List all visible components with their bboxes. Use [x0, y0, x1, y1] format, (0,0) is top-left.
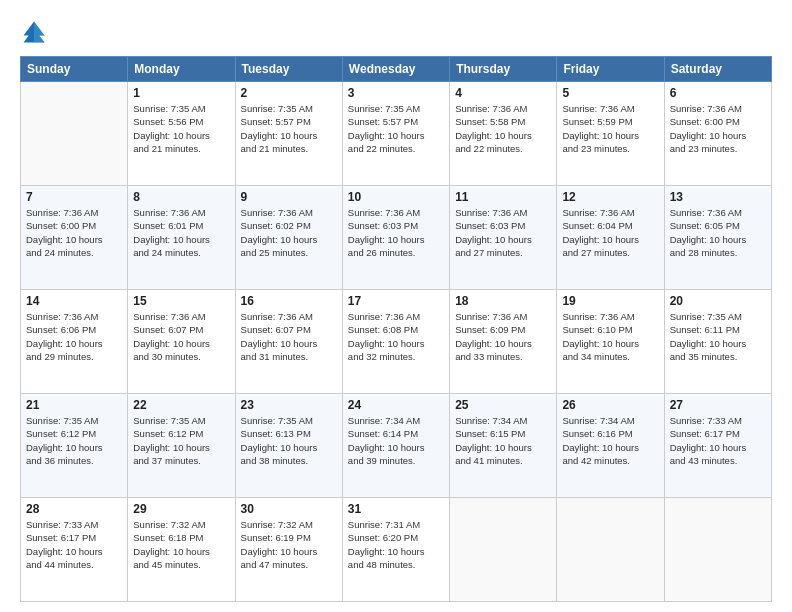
day-header-friday: Friday: [557, 57, 664, 82]
day-number: 4: [455, 86, 551, 100]
calendar-cell-4-7: 27Sunrise: 7:33 AM Sunset: 6:17 PM Dayli…: [664, 394, 771, 498]
day-header-monday: Monday: [128, 57, 235, 82]
calendar-cell-4-4: 24Sunrise: 7:34 AM Sunset: 6:14 PM Dayli…: [342, 394, 449, 498]
week-row-2: 7Sunrise: 7:36 AM Sunset: 6:00 PM Daylig…: [21, 186, 772, 290]
calendar-cell-3-3: 16Sunrise: 7:36 AM Sunset: 6:07 PM Dayli…: [235, 290, 342, 394]
day-number: 17: [348, 294, 444, 308]
svg-marker-1: [34, 22, 45, 43]
day-number: 15: [133, 294, 229, 308]
day-info: Sunrise: 7:36 AM Sunset: 6:00 PM Dayligh…: [670, 102, 766, 155]
day-info: Sunrise: 7:36 AM Sunset: 6:04 PM Dayligh…: [562, 206, 658, 259]
day-info: Sunrise: 7:36 AM Sunset: 6:06 PM Dayligh…: [26, 310, 122, 363]
day-info: Sunrise: 7:35 AM Sunset: 5:56 PM Dayligh…: [133, 102, 229, 155]
calendar-cell-2-2: 8Sunrise: 7:36 AM Sunset: 6:01 PM Daylig…: [128, 186, 235, 290]
calendar-cell-4-5: 25Sunrise: 7:34 AM Sunset: 6:15 PM Dayli…: [450, 394, 557, 498]
calendar-cell-2-5: 11Sunrise: 7:36 AM Sunset: 6:03 PM Dayli…: [450, 186, 557, 290]
day-number: 2: [241, 86, 337, 100]
day-number: 13: [670, 190, 766, 204]
day-info: Sunrise: 7:36 AM Sunset: 6:02 PM Dayligh…: [241, 206, 337, 259]
calendar-header-row: SundayMondayTuesdayWednesdayThursdayFrid…: [21, 57, 772, 82]
calendar-cell-2-3: 9Sunrise: 7:36 AM Sunset: 6:02 PM Daylig…: [235, 186, 342, 290]
day-number: 16: [241, 294, 337, 308]
day-info: Sunrise: 7:33 AM Sunset: 6:17 PM Dayligh…: [26, 518, 122, 571]
day-number: 28: [26, 502, 122, 516]
day-info: Sunrise: 7:36 AM Sunset: 6:09 PM Dayligh…: [455, 310, 551, 363]
day-info: Sunrise: 7:36 AM Sunset: 6:07 PM Dayligh…: [133, 310, 229, 363]
day-number: 22: [133, 398, 229, 412]
day-info: Sunrise: 7:35 AM Sunset: 6:12 PM Dayligh…: [26, 414, 122, 467]
day-info: Sunrise: 7:31 AM Sunset: 6:20 PM Dayligh…: [348, 518, 444, 571]
day-info: Sunrise: 7:33 AM Sunset: 6:17 PM Dayligh…: [670, 414, 766, 467]
header: [20, 18, 772, 46]
calendar-cell-5-2: 29Sunrise: 7:32 AM Sunset: 6:18 PM Dayli…: [128, 498, 235, 602]
day-number: 5: [562, 86, 658, 100]
day-info: Sunrise: 7:34 AM Sunset: 6:16 PM Dayligh…: [562, 414, 658, 467]
day-info: Sunrise: 7:35 AM Sunset: 5:57 PM Dayligh…: [348, 102, 444, 155]
day-info: Sunrise: 7:36 AM Sunset: 6:03 PM Dayligh…: [455, 206, 551, 259]
day-info: Sunrise: 7:32 AM Sunset: 6:18 PM Dayligh…: [133, 518, 229, 571]
day-number: 9: [241, 190, 337, 204]
logo-icon: [20, 18, 48, 46]
calendar-cell-1-4: 3Sunrise: 7:35 AM Sunset: 5:57 PM Daylig…: [342, 82, 449, 186]
calendar-cell-1-7: 6Sunrise: 7:36 AM Sunset: 6:00 PM Daylig…: [664, 82, 771, 186]
day-info: Sunrise: 7:35 AM Sunset: 6:13 PM Dayligh…: [241, 414, 337, 467]
logo: [20, 18, 52, 46]
day-header-tuesday: Tuesday: [235, 57, 342, 82]
calendar-cell-4-2: 22Sunrise: 7:35 AM Sunset: 6:12 PM Dayli…: [128, 394, 235, 498]
calendar-cell-1-1: [21, 82, 128, 186]
calendar-cell-5-5: [450, 498, 557, 602]
day-number: 26: [562, 398, 658, 412]
day-info: Sunrise: 7:36 AM Sunset: 6:03 PM Dayligh…: [348, 206, 444, 259]
calendar-cell-4-3: 23Sunrise: 7:35 AM Sunset: 6:13 PM Dayli…: [235, 394, 342, 498]
week-row-4: 21Sunrise: 7:35 AM Sunset: 6:12 PM Dayli…: [21, 394, 772, 498]
calendar-cell-5-4: 31Sunrise: 7:31 AM Sunset: 6:20 PM Dayli…: [342, 498, 449, 602]
day-number: 11: [455, 190, 551, 204]
calendar-cell-3-2: 15Sunrise: 7:36 AM Sunset: 6:07 PM Dayli…: [128, 290, 235, 394]
calendar-cell-2-6: 12Sunrise: 7:36 AM Sunset: 6:04 PM Dayli…: [557, 186, 664, 290]
calendar-cell-3-4: 17Sunrise: 7:36 AM Sunset: 6:08 PM Dayli…: [342, 290, 449, 394]
week-row-5: 28Sunrise: 7:33 AM Sunset: 6:17 PM Dayli…: [21, 498, 772, 602]
calendar-cell-1-3: 2Sunrise: 7:35 AM Sunset: 5:57 PM Daylig…: [235, 82, 342, 186]
calendar-cell-4-6: 26Sunrise: 7:34 AM Sunset: 6:16 PM Dayli…: [557, 394, 664, 498]
day-header-thursday: Thursday: [450, 57, 557, 82]
calendar-cell-4-1: 21Sunrise: 7:35 AM Sunset: 6:12 PM Dayli…: [21, 394, 128, 498]
day-number: 27: [670, 398, 766, 412]
calendar-cell-1-5: 4Sunrise: 7:36 AM Sunset: 5:58 PM Daylig…: [450, 82, 557, 186]
calendar-cell-1-2: 1Sunrise: 7:35 AM Sunset: 5:56 PM Daylig…: [128, 82, 235, 186]
calendar-cell-1-6: 5Sunrise: 7:36 AM Sunset: 5:59 PM Daylig…: [557, 82, 664, 186]
calendar-cell-5-1: 28Sunrise: 7:33 AM Sunset: 6:17 PM Dayli…: [21, 498, 128, 602]
calendar-cell-2-4: 10Sunrise: 7:36 AM Sunset: 6:03 PM Dayli…: [342, 186, 449, 290]
calendar-cell-3-6: 19Sunrise: 7:36 AM Sunset: 6:10 PM Dayli…: [557, 290, 664, 394]
day-info: Sunrise: 7:36 AM Sunset: 6:00 PM Dayligh…: [26, 206, 122, 259]
day-number: 7: [26, 190, 122, 204]
day-number: 1: [133, 86, 229, 100]
day-info: Sunrise: 7:36 AM Sunset: 6:07 PM Dayligh…: [241, 310, 337, 363]
day-number: 31: [348, 502, 444, 516]
day-number: 6: [670, 86, 766, 100]
day-number: 25: [455, 398, 551, 412]
day-info: Sunrise: 7:36 AM Sunset: 6:01 PM Dayligh…: [133, 206, 229, 259]
calendar-cell-3-7: 20Sunrise: 7:35 AM Sunset: 6:11 PM Dayli…: [664, 290, 771, 394]
day-number: 19: [562, 294, 658, 308]
calendar-cell-5-6: [557, 498, 664, 602]
day-info: Sunrise: 7:36 AM Sunset: 6:08 PM Dayligh…: [348, 310, 444, 363]
day-info: Sunrise: 7:36 AM Sunset: 6:10 PM Dayligh…: [562, 310, 658, 363]
calendar-cell-5-3: 30Sunrise: 7:32 AM Sunset: 6:19 PM Dayli…: [235, 498, 342, 602]
calendar-cell-2-7: 13Sunrise: 7:36 AM Sunset: 6:05 PM Dayli…: [664, 186, 771, 290]
day-info: Sunrise: 7:36 AM Sunset: 6:05 PM Dayligh…: [670, 206, 766, 259]
calendar-table: SundayMondayTuesdayWednesdayThursdayFrid…: [20, 56, 772, 602]
day-number: 18: [455, 294, 551, 308]
day-info: Sunrise: 7:32 AM Sunset: 6:19 PM Dayligh…: [241, 518, 337, 571]
week-row-1: 1Sunrise: 7:35 AM Sunset: 5:56 PM Daylig…: [21, 82, 772, 186]
day-info: Sunrise: 7:35 AM Sunset: 6:11 PM Dayligh…: [670, 310, 766, 363]
day-header-wednesday: Wednesday: [342, 57, 449, 82]
day-number: 3: [348, 86, 444, 100]
day-number: 10: [348, 190, 444, 204]
day-number: 21: [26, 398, 122, 412]
day-number: 30: [241, 502, 337, 516]
calendar-cell-3-5: 18Sunrise: 7:36 AM Sunset: 6:09 PM Dayli…: [450, 290, 557, 394]
week-row-3: 14Sunrise: 7:36 AM Sunset: 6:06 PM Dayli…: [21, 290, 772, 394]
day-number: 8: [133, 190, 229, 204]
day-number: 12: [562, 190, 658, 204]
day-info: Sunrise: 7:34 AM Sunset: 6:15 PM Dayligh…: [455, 414, 551, 467]
